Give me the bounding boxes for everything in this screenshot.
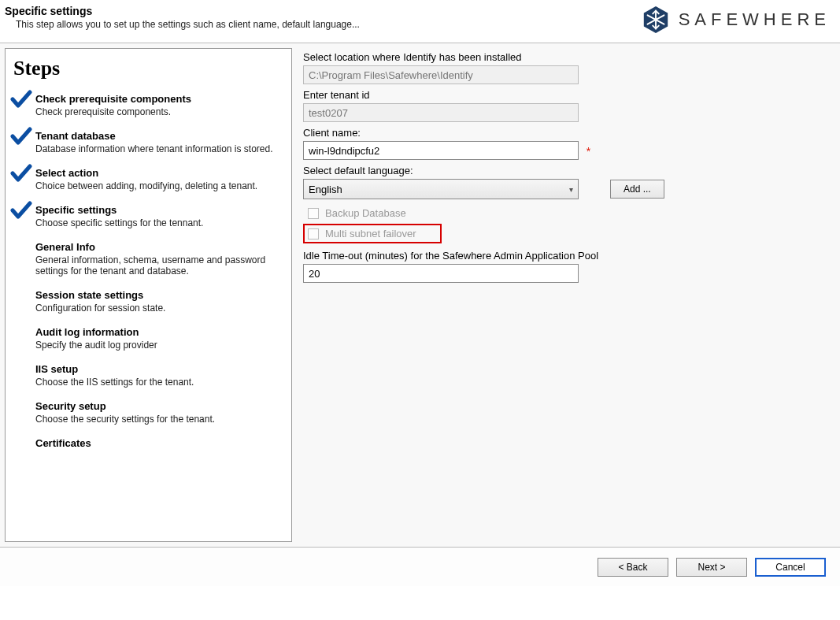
idle-timeout-input[interactable] xyxy=(303,264,579,283)
step-title: Check prerequisite components xyxy=(35,93,287,105)
checkmark-icon xyxy=(10,201,32,220)
add-language-button[interactable]: Add ... xyxy=(610,180,664,199)
chevron-down-icon: ▾ xyxy=(569,185,573,194)
page-subtitle: This step allows you to set up the setti… xyxy=(16,19,360,30)
wizard-footer: < Back Next > Cancel xyxy=(0,547,840,586)
checkmark-icon xyxy=(10,127,32,146)
tenant-id-input xyxy=(303,103,579,122)
step-item: Session state settingsConfiguration for … xyxy=(13,283,287,320)
step-desc: Choice between adding, modifying, deleti… xyxy=(35,180,287,191)
step-item: General InfoGeneral information, schema,… xyxy=(13,235,287,283)
required-indicator: * xyxy=(587,145,590,158)
idle-timeout-label: Idle Time-out (minutes) for the Safewher… xyxy=(303,250,829,262)
step-item: Certificates xyxy=(13,431,287,457)
backup-database-checkbox: Backup Database xyxy=(308,204,829,222)
step-item: IIS setupChoose the IIS settings for the… xyxy=(13,357,287,394)
step-title: Certificates xyxy=(35,437,287,449)
step-desc: Configuration for session state. xyxy=(35,303,287,314)
step-desc: General information, schema, username an… xyxy=(35,254,287,277)
step-desc: Choose the IIS settings for the tenant. xyxy=(35,377,287,388)
checkmark-icon xyxy=(10,164,32,183)
backup-database-label: Backup Database xyxy=(325,207,406,219)
step-title: Audit log information xyxy=(35,326,287,338)
brand-name: SAFEWHERE xyxy=(679,9,831,30)
step-title: General Info xyxy=(35,241,287,253)
step-item: Select actionChoice between adding, modi… xyxy=(13,161,287,198)
client-name-input[interactable] xyxy=(303,141,579,160)
language-label: Select default language: xyxy=(303,165,829,176)
step-title: Security setup xyxy=(35,400,287,412)
checkmark-icon xyxy=(10,90,32,109)
location-label: Select location where Identify has been … xyxy=(303,51,829,63)
steps-list[interactable]: Check prerequisite componentsCheck prere… xyxy=(6,84,291,541)
language-selected-value: English xyxy=(309,184,342,195)
step-desc: Database information where tenant inform… xyxy=(35,143,287,154)
step-title: Session state settings xyxy=(35,289,287,301)
language-select[interactable]: English ▾ xyxy=(303,179,579,199)
checkbox-icon xyxy=(308,228,319,239)
multi-subnet-failover-highlight: Multi subnet failover xyxy=(303,224,442,243)
step-item: Check prerequisite componentsCheck prere… xyxy=(13,87,287,124)
snowflake-hex-icon xyxy=(641,5,671,35)
step-desc: Check prerequisite components. xyxy=(35,106,287,117)
step-item: Specific settingsChoose specific setting… xyxy=(13,198,287,235)
client-name-label: Client name: xyxy=(303,127,829,139)
multi-subnet-failover-label: Multi subnet failover xyxy=(325,228,416,239)
step-item: Audit log informationSpecify the audit l… xyxy=(13,320,287,357)
brand-logo: SAFEWHERE xyxy=(641,5,831,35)
step-desc: Specify the audit log provider xyxy=(35,340,287,351)
steps-panel: Steps Check prerequisite componentsCheck… xyxy=(5,48,292,542)
page-title: Specific settings xyxy=(5,5,360,17)
back-button[interactable]: < Back xyxy=(598,558,668,577)
step-item: Security setupChoose the security settin… xyxy=(13,394,287,431)
next-button[interactable]: Next > xyxy=(676,558,747,577)
tenant-id-label: Enter tenant id xyxy=(303,89,829,101)
step-title: Specific settings xyxy=(35,204,287,216)
steps-heading: Steps xyxy=(6,49,291,84)
step-item: Tenant databaseDatabase information wher… xyxy=(13,124,287,161)
step-desc: Choose the security settings for the ten… xyxy=(35,414,287,425)
step-desc: Choose specific settings for the tennant… xyxy=(35,217,287,228)
step-title: Select action xyxy=(35,167,287,179)
step-title: Tenant database xyxy=(35,130,287,142)
step-title: IIS setup xyxy=(35,363,287,375)
location-input xyxy=(303,65,579,84)
checkbox-icon xyxy=(308,208,319,219)
form-panel: Select location where Identify has been … xyxy=(292,43,840,547)
cancel-button[interactable]: Cancel xyxy=(755,558,826,577)
